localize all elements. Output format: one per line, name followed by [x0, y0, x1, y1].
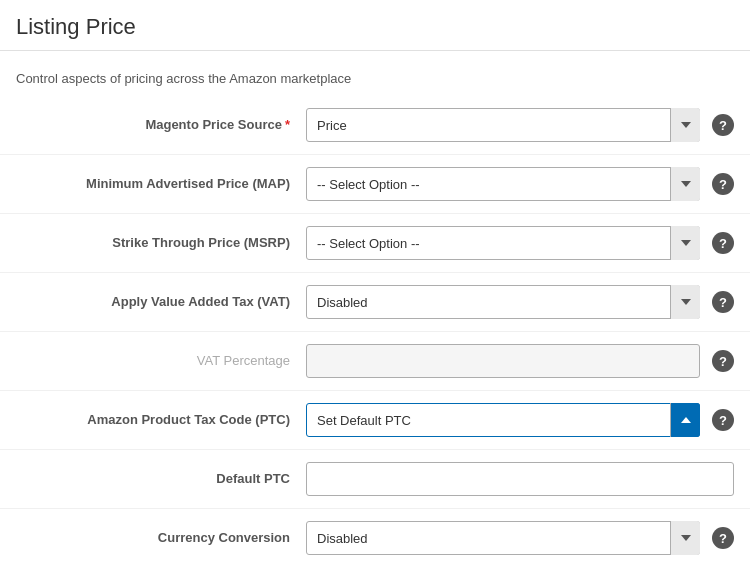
select-vat[interactable]: Disabled Enabled	[306, 285, 700, 319]
label-default-ptc: Default PTC	[16, 470, 306, 488]
select-wrapper-msrp: -- Select Option --	[306, 226, 700, 260]
input-vat-percentage	[306, 344, 700, 378]
help-icon-magento-price-source[interactable]: ?	[712, 114, 734, 136]
help-icon-wrap-currency-conversion: ?	[712, 527, 734, 549]
page-title: Listing Price	[16, 14, 734, 40]
select-wrapper-vat: Disabled Enabled	[306, 285, 700, 319]
control-magento-price-source: Price Special Price MSRP ?	[306, 108, 734, 142]
label-magento-price-source: Magento Price Source*	[16, 116, 306, 134]
select-wrapper-map: -- Select Option --	[306, 167, 700, 201]
select-ptc[interactable]: Set Default PTC Do Not Manage PTC	[306, 403, 700, 437]
select-wrapper-currency-conversion: Disabled Enabled	[306, 521, 700, 555]
select-map[interactable]: -- Select Option --	[306, 167, 700, 201]
help-icon-currency-conversion[interactable]: ?	[712, 527, 734, 549]
page-header: Listing Price	[0, 0, 750, 51]
help-icon-wrap-ptc: ?	[712, 409, 734, 431]
field-row-magento-price-source: Magento Price Source* Price Special Pric…	[0, 96, 750, 154]
form-container: Magento Price Source* Price Special Pric…	[0, 96, 750, 561]
label-currency-conversion: Currency Conversion	[16, 529, 306, 547]
label-vat-percentage: VAT Percentage	[16, 352, 306, 370]
select-wrapper-magento-price-source: Price Special Price MSRP	[306, 108, 700, 142]
help-icon-vat-percentage[interactable]: ?	[712, 350, 734, 372]
control-msrp: -- Select Option -- ?	[306, 226, 734, 260]
field-row-currency-conversion: Currency Conversion Disabled Enabled ?	[0, 508, 750, 561]
field-row-ptc: Amazon Product Tax Code (PTC) Set Defaul…	[0, 390, 750, 449]
control-vat: Disabled Enabled ?	[306, 285, 734, 319]
select-magento-price-source[interactable]: Price Special Price MSRP	[306, 108, 700, 142]
help-icon-msrp[interactable]: ?	[712, 232, 734, 254]
label-msrp: Strike Through Price (MSRP)	[16, 234, 306, 252]
required-star: *	[285, 117, 290, 132]
label-map: Minimum Advertised Price (MAP)	[16, 175, 306, 193]
control-currency-conversion: Disabled Enabled ?	[306, 521, 734, 555]
control-default-ptc	[306, 462, 734, 496]
field-row-vat-percentage: VAT Percentage ?	[0, 331, 750, 390]
field-row-default-ptc: Default PTC	[0, 449, 750, 508]
field-row-msrp: Strike Through Price (MSRP) -- Select Op…	[0, 213, 750, 272]
label-vat: Apply Value Added Tax (VAT)	[16, 293, 306, 311]
help-icon-vat[interactable]: ?	[712, 291, 734, 313]
field-row-vat: Apply Value Added Tax (VAT) Disabled Ena…	[0, 272, 750, 331]
select-wrapper-ptc: Set Default PTC Do Not Manage PTC	[306, 403, 700, 437]
help-icon-wrap-vat: ?	[712, 291, 734, 313]
control-map: -- Select Option -- ?	[306, 167, 734, 201]
section-description: Control aspects of pricing across the Am…	[0, 51, 750, 96]
help-icon-map[interactable]: ?	[712, 173, 734, 195]
help-icon-ptc[interactable]: ?	[712, 409, 734, 431]
select-currency-conversion[interactable]: Disabled Enabled	[306, 521, 700, 555]
help-icon-wrap-magento-price-source: ?	[712, 114, 734, 136]
help-icon-wrap-vat-percentage: ?	[712, 350, 734, 372]
help-icon-wrap-msrp: ?	[712, 232, 734, 254]
input-default-ptc[interactable]	[306, 462, 734, 496]
field-row-map: Minimum Advertised Price (MAP) -- Select…	[0, 154, 750, 213]
label-ptc: Amazon Product Tax Code (PTC)	[16, 411, 306, 429]
select-msrp[interactable]: -- Select Option --	[306, 226, 700, 260]
control-vat-percentage: ?	[306, 344, 734, 378]
control-ptc: Set Default PTC Do Not Manage PTC ?	[306, 403, 734, 437]
help-icon-wrap-map: ?	[712, 173, 734, 195]
